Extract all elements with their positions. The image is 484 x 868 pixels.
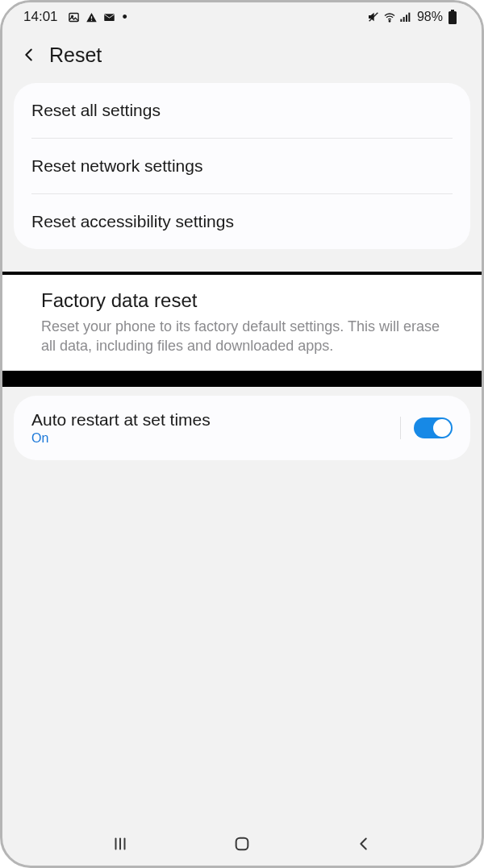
battery-percent: 98% (417, 10, 443, 24)
reset-all-settings-item[interactable]: Reset all settings (14, 83, 470, 138)
auto-restart-text: Auto restart at set times On (31, 410, 211, 446)
mail-icon (103, 10, 116, 23)
recents-icon (111, 835, 129, 853)
chevron-left-icon (20, 46, 38, 64)
svg-rect-10 (408, 13, 410, 22)
home-button[interactable] (226, 828, 258, 860)
status-bar: 14:01 • 98% (2, 2, 482, 31)
recents-button[interactable] (104, 828, 136, 860)
list-item-label: Reset accessibility settings (31, 212, 234, 230)
svg-rect-16 (236, 838, 248, 850)
vertical-divider (400, 417, 401, 439)
auto-restart-title: Auto restart at set times (31, 410, 211, 430)
auto-restart-status: On (31, 431, 211, 446)
navigation-bar (2, 822, 482, 866)
list-item-label: Reset all settings (31, 101, 161, 119)
svg-rect-4 (104, 14, 115, 21)
svg-rect-3 (91, 19, 92, 20)
page-header: Reset (2, 31, 482, 83)
signal-icon (399, 10, 412, 23)
reset-network-settings-item[interactable]: Reset network settings (14, 139, 470, 193)
wifi-icon (383, 10, 396, 23)
chevron-left-icon (355, 835, 373, 853)
svg-point-6 (389, 20, 390, 22)
svg-rect-8 (403, 17, 405, 22)
status-bar-left: 14:01 • (23, 9, 127, 26)
factory-reset-description: Reset your phone to its factory default … (41, 317, 443, 356)
page-title: Reset (49, 44, 102, 67)
svg-rect-11 (451, 10, 454, 11)
mute-icon (367, 10, 380, 23)
svg-rect-9 (406, 15, 407, 22)
warning-icon (86, 10, 98, 23)
list-item-label: Reset network settings (31, 156, 202, 175)
status-bar-right: 98% (367, 10, 459, 24)
svg-rect-2 (91, 16, 92, 19)
reset-options-card: Reset all settings Reset network setting… (14, 83, 470, 249)
more-indicator-icon: • (123, 9, 127, 26)
picture-icon (68, 10, 81, 23)
battery-icon (446, 10, 459, 23)
reset-accessibility-settings-item[interactable]: Reset accessibility settings (14, 194, 470, 249)
phone-screen: 14:01 • 98% (0, 0, 484, 868)
factory-data-reset-item[interactable]: Factory data reset Reset your phone to i… (2, 275, 482, 371)
factory-reset-title: Factory data reset (41, 289, 443, 312)
auto-restart-item[interactable]: Auto restart at set times On (14, 396, 470, 460)
toggle-container (400, 417, 453, 439)
svg-rect-7 (400, 19, 402, 22)
auto-restart-toggle[interactable] (414, 417, 453, 438)
svg-rect-12 (449, 11, 457, 24)
nav-back-button[interactable] (348, 828, 380, 860)
toggle-knob (433, 419, 451, 437)
home-icon (233, 835, 251, 853)
back-button[interactable] (17, 43, 41, 67)
status-time: 14:01 (23, 9, 58, 25)
highlighted-section: Factory data reset Reset your phone to i… (2, 272, 482, 387)
content-area: Reset all settings Reset network setting… (2, 83, 482, 249)
